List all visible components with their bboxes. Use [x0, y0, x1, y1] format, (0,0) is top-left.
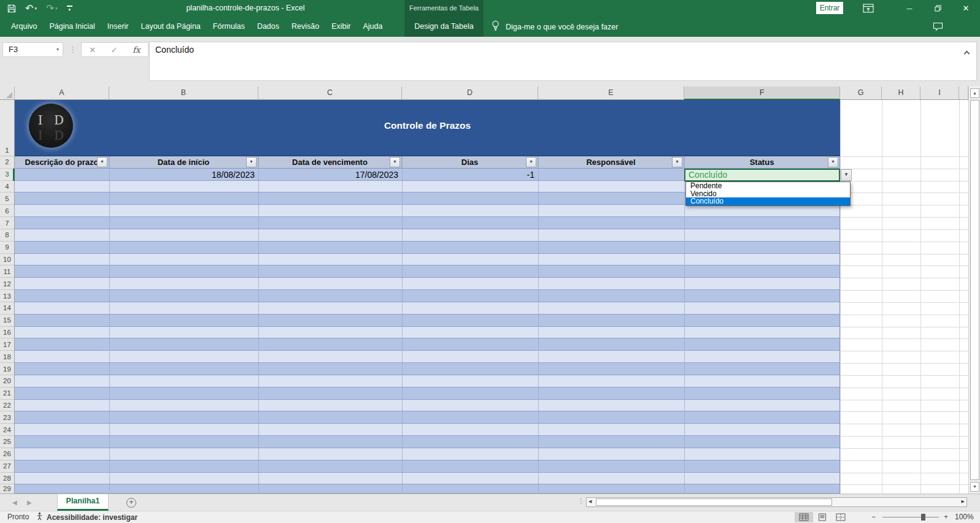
row-header-16[interactable]: 16 — [0, 327, 14, 339]
save-icon[interactable] — [7, 4, 16, 13]
filter-icon[interactable]: ▼ — [828, 157, 838, 167]
sign-in-button[interactable]: Entrar — [816, 2, 843, 14]
zoom-in-icon[interactable]: + — [944, 511, 948, 523]
tab-exibir[interactable]: Exibir — [325, 17, 357, 37]
feedback-comment-icon[interactable] — [933, 22, 943, 34]
tab-arquivo[interactable]: Arquivo — [5, 17, 43, 37]
row-header-13[interactable]: 13 — [0, 290, 14, 302]
row-header-29[interactable]: 29 — [0, 484, 14, 494]
column-header-partial[interactable] — [959, 86, 968, 99]
table-row[interactable] — [15, 302, 840, 315]
row-header-6[interactable]: 6 — [0, 205, 14, 217]
row-header-28[interactable]: 28 — [0, 473, 14, 485]
table-row[interactable] — [15, 315, 840, 327]
scroll-down-icon[interactable]: ▼ — [970, 482, 979, 492]
column-header-H[interactable]: H — [882, 86, 920, 99]
filter-icon[interactable]: ▼ — [526, 157, 536, 167]
column-header-F[interactable]: F — [684, 86, 840, 100]
table-row[interactable] — [15, 460, 840, 473]
table-row[interactable] — [15, 338, 840, 351]
name-box-dropdown-icon[interactable]: ▾ — [56, 43, 59, 56]
table-row[interactable] — [15, 484, 840, 494]
row-header-27[interactable]: 27 — [0, 460, 14, 473]
undo-dropdown-icon[interactable]: ▾ — [34, 6, 37, 10]
table-row[interactable] — [15, 424, 840, 436]
table-row[interactable] — [15, 254, 840, 266]
filter-icon[interactable]: ▼ — [97, 157, 107, 167]
row-header-8[interactable]: 8 — [0, 229, 14, 242]
row-header-11[interactable]: 11 — [0, 265, 14, 278]
table-row[interactable] — [15, 400, 840, 412]
scroll-up-icon[interactable]: ▲ — [970, 88, 979, 98]
row-header-9[interactable]: 9 — [0, 242, 14, 254]
insert-function-icon[interactable]: fx — [133, 45, 141, 55]
select-all-button[interactable] — [0, 86, 15, 99]
scroll-right-icon[interactable]: ▶ — [962, 499, 965, 504]
enter-icon[interactable]: ✓ — [111, 45, 118, 55]
horizontal-scrollbar[interactable]: ◀ ▶ — [586, 497, 967, 507]
filter-icon[interactable]: ▼ — [246, 157, 257, 167]
table-row[interactable] — [15, 229, 840, 242]
table-header-responsavel[interactable]: Responsável▼ — [538, 156, 684, 169]
close-button[interactable]: ✕ — [952, 0, 980, 17]
row-header-17[interactable]: 17 — [0, 338, 14, 351]
row-header-26[interactable]: 26 — [0, 448, 14, 460]
row-header-2[interactable]: 2 — [0, 156, 14, 169]
row-header-25[interactable]: 25 — [0, 436, 14, 448]
table-row[interactable] — [15, 217, 840, 229]
table-row[interactable] — [15, 327, 840, 339]
cell-C3[interactable]: 17/08/2023 — [258, 169, 402, 181]
tab-revisao[interactable]: Revisão — [285, 17, 325, 37]
row-header-7[interactable]: 7 — [0, 217, 14, 229]
page-break-preview-icon[interactable] — [831, 512, 850, 522]
cell-D3[interactable]: -1 — [402, 169, 538, 181]
tab-ajuda[interactable]: Ajuda — [357, 17, 388, 37]
row-header-24[interactable]: 24 — [0, 424, 14, 436]
scroll-left-icon[interactable]: ◀ — [588, 499, 592, 504]
column-header-I[interactable]: I — [920, 86, 959, 99]
row-header-18[interactable]: 18 — [0, 351, 14, 363]
dropdown-option-concluido[interactable]: Concluído — [686, 197, 850, 205]
column-header-E[interactable]: E — [538, 86, 684, 99]
table-header-descricao-do-prazo[interactable]: Descrição do prazo▼ — [15, 156, 109, 169]
cell-B3[interactable]: 18/08/2023 — [109, 169, 258, 181]
page-layout-view-icon[interactable] — [813, 512, 831, 522]
zoom-slider-thumb[interactable] — [921, 514, 925, 521]
tab-dados[interactable]: Dados — [251, 17, 285, 37]
row-header-1[interactable]: 1 — [0, 100, 14, 156]
redo-button[interactable]: ↷▾ — [46, 4, 58, 13]
active-cell-F3[interactable]: Concluído — [684, 169, 840, 181]
scrollbar-resize-handle[interactable]: ⋮ — [577, 497, 584, 505]
ribbon-display-options-icon[interactable] — [863, 4, 874, 13]
row-header-4[interactable]: 4 — [0, 181, 14, 193]
undo-button[interactable]: ↶▾ — [25, 4, 37, 13]
cancel-icon[interactable]: ✕ — [89, 45, 96, 55]
sheet-tab-planilha1[interactable]: Planilha1 — [57, 494, 109, 511]
tab-pagina-inicial[interactable]: Página Inicial — [43, 17, 101, 37]
tab-inserir[interactable]: Inserir — [101, 17, 135, 37]
accessibility-status[interactable]: Acessibilidade: investigar — [36, 511, 137, 523]
sheet-nav-left-icon[interactable]: ◀ — [12, 494, 17, 511]
row-header-10[interactable]: 10 — [0, 254, 14, 266]
row-header-19[interactable]: 19 — [0, 363, 14, 375]
collapse-formula-bar-icon[interactable] — [965, 47, 972, 55]
row-header-12[interactable]: 12 — [0, 278, 14, 290]
table-header-data-de-inicio[interactable]: Data de início▼ — [109, 156, 258, 169]
row-header-15[interactable]: 15 — [0, 315, 14, 327]
table-row[interactable] — [15, 265, 840, 278]
table-row[interactable] — [15, 290, 840, 302]
zoom-out-icon[interactable]: − — [871, 511, 876, 523]
row-header-14[interactable]: 14 — [0, 302, 14, 315]
formula-bar-handle[interactable]: ⋮ — [69, 45, 77, 54]
customize-quick-access-icon[interactable]: ▾ — [67, 6, 72, 12]
table-row[interactable] — [15, 448, 840, 460]
row-header-22[interactable]: 22 — [0, 400, 14, 412]
formula-input[interactable]: Concluído — [149, 42, 977, 81]
table-row[interactable] — [15, 363, 840, 375]
tab-layout-da-pagina[interactable]: Layout da Página — [134, 17, 206, 37]
vertical-scrollbar[interactable]: ▲ ▼ — [968, 86, 980, 494]
zoom-level-label[interactable]: 100% — [955, 511, 974, 523]
table-row[interactable] — [15, 436, 840, 448]
column-header-G[interactable]: G — [840, 86, 882, 99]
row-header-21[interactable]: 21 — [0, 387, 14, 400]
